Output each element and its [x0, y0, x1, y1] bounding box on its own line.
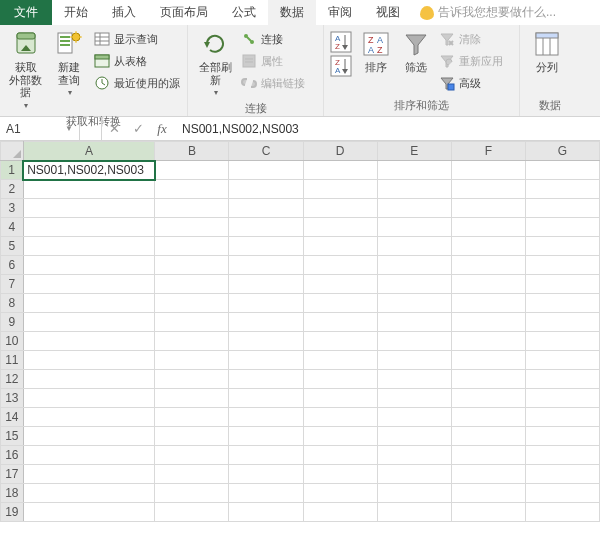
cell[interactable] — [23, 351, 155, 370]
row-header[interactable]: 11 — [1, 351, 24, 370]
reapply-button[interactable]: 重新应用 — [436, 51, 506, 71]
row-header[interactable]: 12 — [1, 370, 24, 389]
cell[interactable] — [377, 332, 451, 351]
cell[interactable] — [303, 351, 377, 370]
cell[interactable] — [377, 275, 451, 294]
row-header[interactable]: 1 — [1, 161, 24, 180]
cell[interactable] — [377, 313, 451, 332]
cell[interactable] — [155, 370, 229, 389]
cell[interactable] — [229, 446, 303, 465]
cell[interactable] — [451, 218, 525, 237]
cell[interactable] — [377, 389, 451, 408]
advanced-filter-button[interactable]: 高级 — [436, 73, 506, 93]
cell[interactable] — [451, 465, 525, 484]
column-header[interactable]: E — [377, 142, 451, 161]
cell[interactable] — [229, 370, 303, 389]
cell[interactable] — [23, 446, 155, 465]
filter-button[interactable]: 筛选 — [396, 27, 436, 76]
show-queries-button[interactable]: 显示查询 — [91, 29, 183, 49]
cell[interactable] — [155, 313, 229, 332]
cell[interactable] — [377, 484, 451, 503]
cell[interactable] — [377, 161, 451, 180]
row-header[interactable]: 5 — [1, 237, 24, 256]
cell[interactable] — [229, 465, 303, 484]
column-header[interactable]: C — [229, 142, 303, 161]
cell[interactable] — [451, 370, 525, 389]
cell[interactable] — [377, 218, 451, 237]
cell[interactable] — [155, 161, 229, 180]
column-header[interactable]: A — [23, 142, 155, 161]
cell[interactable] — [23, 332, 155, 351]
cell[interactable] — [525, 465, 599, 484]
tab-review[interactable]: 审阅 — [316, 0, 364, 25]
cell[interactable] — [229, 503, 303, 522]
cell[interactable] — [229, 389, 303, 408]
cell[interactable] — [525, 427, 599, 446]
column-header[interactable]: B — [155, 142, 229, 161]
cell[interactable] — [229, 180, 303, 199]
cell[interactable] — [451, 313, 525, 332]
row-header[interactable]: 9 — [1, 313, 24, 332]
cell[interactable] — [377, 370, 451, 389]
cell[interactable] — [303, 408, 377, 427]
cell[interactable] — [377, 256, 451, 275]
cell[interactable] — [303, 180, 377, 199]
cell[interactable] — [229, 484, 303, 503]
cell[interactable] — [303, 294, 377, 313]
cell[interactable] — [303, 161, 377, 180]
cell[interactable] — [525, 218, 599, 237]
cell[interactable] — [229, 294, 303, 313]
cell[interactable] — [155, 256, 229, 275]
cell[interactable] — [451, 484, 525, 503]
worksheet-grid[interactable]: A B C D E F G 1NS001,NS002,NS00323456789… — [0, 141, 600, 522]
tab-page-layout[interactable]: 页面布局 — [148, 0, 220, 25]
cell[interactable] — [303, 465, 377, 484]
cell[interactable] — [155, 351, 229, 370]
cell[interactable] — [303, 427, 377, 446]
cell[interactable] — [451, 351, 525, 370]
row-header[interactable]: 4 — [1, 218, 24, 237]
cell[interactable] — [525, 446, 599, 465]
row-header[interactable]: 3 — [1, 199, 24, 218]
recent-sources-button[interactable]: 最近使用的源 — [91, 73, 183, 93]
cell[interactable] — [377, 351, 451, 370]
cell[interactable] — [303, 313, 377, 332]
cell[interactable] — [525, 237, 599, 256]
cell[interactable] — [303, 332, 377, 351]
cell[interactable] — [155, 218, 229, 237]
cell[interactable] — [229, 351, 303, 370]
cell[interactable] — [451, 275, 525, 294]
cell[interactable] — [525, 256, 599, 275]
cell[interactable] — [451, 408, 525, 427]
cell[interactable] — [229, 199, 303, 218]
cell[interactable] — [303, 446, 377, 465]
cell[interactable] — [525, 408, 599, 427]
cell[interactable] — [155, 465, 229, 484]
cell[interactable] — [23, 503, 155, 522]
cell[interactable] — [229, 275, 303, 294]
cell[interactable] — [525, 332, 599, 351]
cell[interactable] — [377, 503, 451, 522]
sort-asc-button[interactable]: AZ — [330, 31, 352, 53]
cell[interactable] — [525, 275, 599, 294]
tab-file[interactable]: 文件 — [0, 0, 52, 25]
cell[interactable] — [155, 294, 229, 313]
cell[interactable] — [525, 313, 599, 332]
row-header[interactable]: 18 — [1, 484, 24, 503]
cell[interactable] — [525, 294, 599, 313]
cell[interactable] — [303, 199, 377, 218]
row-header[interactable]: 6 — [1, 256, 24, 275]
cell[interactable] — [525, 370, 599, 389]
cell[interactable] — [229, 237, 303, 256]
from-table-button[interactable]: 从表格 — [91, 51, 183, 71]
column-header[interactable]: D — [303, 142, 377, 161]
tab-formulas[interactable]: 公式 — [220, 0, 268, 25]
cell[interactable] — [23, 370, 155, 389]
refresh-all-button[interactable]: 全部刷新 ▾ — [192, 27, 238, 99]
cell[interactable] — [525, 484, 599, 503]
tab-home[interactable]: 开始 — [52, 0, 100, 25]
tell-me-search[interactable]: 告诉我您想要做什么... — [412, 0, 600, 25]
row-header[interactable]: 7 — [1, 275, 24, 294]
clear-filter-button[interactable]: 清除 — [436, 29, 506, 49]
cell[interactable]: NS001,NS002,NS003 — [23, 161, 155, 180]
